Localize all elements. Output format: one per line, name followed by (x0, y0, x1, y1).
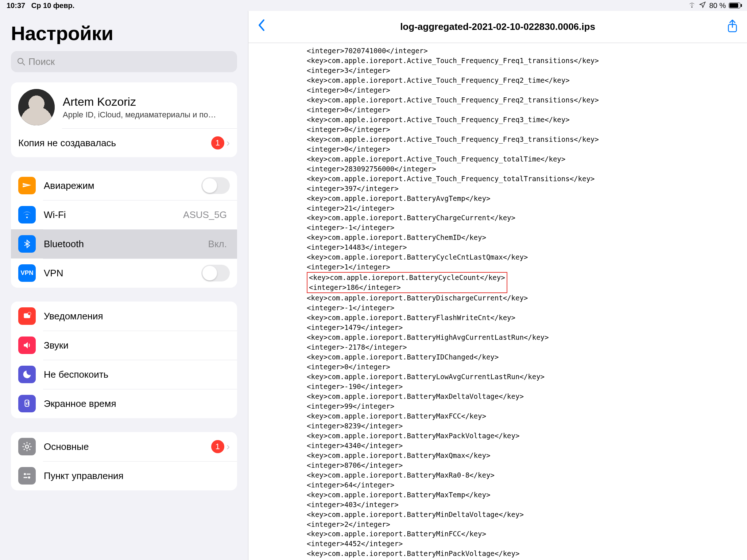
notifications-icon (18, 307, 36, 325)
page-title: Настройки (11, 22, 237, 44)
location-icon (699, 1, 706, 10)
apple-id-card: Artem Kozoriz Apple ID, iCloud, медиамат… (11, 82, 237, 157)
svg-point-3 (28, 312, 31, 315)
toggle-airplane[interactable] (201, 177, 230, 194)
badge-backup: 1 (211, 136, 224, 149)
file-title: log-aggregated-2021-02-10-022830.0006.ip… (248, 21, 747, 32)
backup-row[interactable]: Копия не создавалась 1 › (11, 129, 237, 157)
sidebar-item-general[interactable]: Основные 1 › (11, 432, 237, 461)
log-content[interactable]: <integer>7020741000</integer><key>com.ap… (248, 43, 747, 560)
search-input[interactable]: Поиск (11, 51, 237, 72)
toggle-vpn[interactable] (201, 265, 230, 281)
dnd-icon (18, 366, 36, 383)
vpn-icon: VPN (18, 264, 36, 282)
svg-point-6 (24, 473, 26, 475)
sidebar-item-label: Пункт управления (44, 470, 230, 482)
sounds-icon (18, 337, 36, 354)
sidebar-item-bluetooth[interactable]: Bluetooth Вкл. (11, 229, 237, 258)
content-pane: log-aggregated-2021-02-10-022830.0006.ip… (248, 11, 747, 560)
nav-bar: log-aggregated-2021-02-10-022830.0006.ip… (248, 11, 747, 43)
settings-sidebar: Настройки Поиск Artem Kozoriz Apple ID, … (0, 11, 248, 560)
wifi-settings-icon (18, 206, 36, 223)
sidebar-item-label: VPN (44, 268, 201, 279)
share-button[interactable] (727, 19, 738, 35)
bluetooth-value: Вкл. (208, 238, 227, 250)
group-alerts: Уведомления Звуки Не беспокоить Экранное… (11, 302, 237, 418)
sidebar-item-label: Основные (44, 441, 211, 452)
apple-id-subtitle: Apple ID, iCloud, медиаматериалы и по… (63, 110, 216, 120)
control-center-icon (18, 467, 36, 485)
sidebar-item-sounds[interactable]: Звуки (11, 331, 237, 360)
search-icon (17, 57, 26, 66)
avatar (18, 89, 55, 125)
sidebar-item-label: Звуки (44, 340, 230, 351)
back-button[interactable] (257, 19, 272, 35)
screentime-icon (18, 395, 36, 412)
airplane-icon (18, 177, 36, 194)
sidebar-item-controlcenter[interactable]: Пункт управления (11, 461, 237, 490)
status-time: 10:37 (7, 1, 25, 9)
backup-label: Копия не создавалась (18, 137, 211, 149)
sidebar-item-label: Экранное время (44, 398, 230, 409)
svg-line-1 (23, 63, 25, 65)
svg-point-5 (26, 445, 29, 448)
battery-icon (729, 3, 740, 8)
group-network: Авиарежим Wi-Fi ASUS_5G Bluetooth Вкл. V… (11, 171, 237, 288)
badge-general: 1 (211, 440, 224, 453)
battery-percent: 80 % (709, 1, 726, 10)
sidebar-item-airplane[interactable]: Авиарежим (11, 171, 237, 200)
status-bar: 10:37 Ср 10 февр. 80 % (0, 0, 747, 11)
status-date: Ср 10 февр. (31, 1, 74, 9)
chevron-icon: › (227, 137, 230, 149)
sidebar-item-wifi[interactable]: Wi-Fi ASUS_5G (11, 200, 237, 229)
sidebar-item-dnd[interactable]: Не беспокоить (11, 360, 237, 389)
svg-point-8 (28, 477, 30, 479)
gear-icon (18, 438, 36, 455)
wifi-value: ASUS_5G (183, 209, 227, 221)
group-general: Основные 1 › Пункт управления (11, 432, 237, 490)
sidebar-item-label: Не беспокоить (44, 369, 230, 380)
sidebar-item-screentime[interactable]: Экранное время (11, 389, 237, 418)
wifi-icon (688, 1, 696, 10)
apple-id-name: Artem Kozoriz (63, 95, 216, 109)
chevron-icon: › (227, 441, 230, 452)
bluetooth-icon (18, 235, 36, 253)
svg-point-0 (18, 58, 23, 63)
sidebar-item-notifications[interactable]: Уведомления (11, 302, 237, 331)
sidebar-item-vpn[interactable]: VPN VPN (11, 258, 237, 288)
search-placeholder: Поиск (28, 56, 55, 67)
sidebar-item-label: Wi-Fi (44, 209, 183, 221)
sidebar-item-label: Bluetooth (44, 238, 208, 250)
sidebar-item-label: Авиарежим (44, 180, 201, 191)
sidebar-item-label: Уведомления (44, 311, 230, 322)
apple-id-row[interactable]: Artem Kozoriz Apple ID, iCloud, медиамат… (11, 82, 237, 128)
